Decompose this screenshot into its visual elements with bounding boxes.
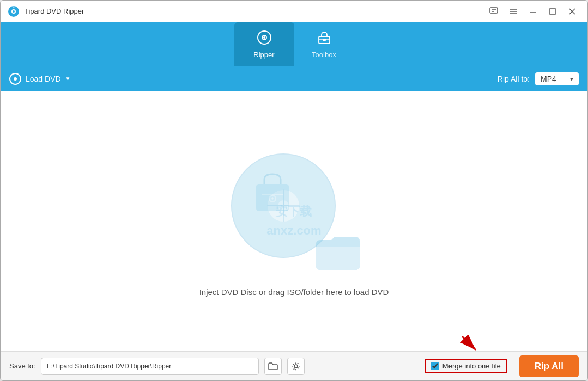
- load-dvd-label: Load DVD: [26, 75, 61, 83]
- browse-folder-button[interactable]: [264, 358, 282, 375]
- save-to-label: Save to:: [9, 362, 35, 370]
- format-select-wrapper: MP4 MKV AVI MOV WMV: [535, 72, 579, 85]
- dvd-icon: [9, 73, 21, 85]
- merge-label: Merge into one file: [442, 362, 501, 370]
- chat-btn[interactable]: [485, 4, 502, 19]
- placeholder-text: Inject DVD Disc or drag ISO/folder here …: [199, 287, 389, 297]
- dvd-illustration: [223, 146, 365, 276]
- svg-point-15: [263, 36, 265, 39]
- merge-section: Merge into one file: [425, 359, 507, 373]
- tab-toolbox[interactable]: Toolbox: [294, 22, 354, 66]
- menu-icon: [509, 7, 518, 16]
- toolbox-tab-icon: [317, 30, 332, 47]
- toolbox-icon: [317, 30, 332, 45]
- svg-rect-10: [550, 9, 555, 14]
- close-btn[interactable]: [563, 4, 581, 19]
- main-content[interactable]: 安下载 anxz.com Inject DVD Disc or drag ISO…: [1, 91, 587, 351]
- maximize-btn[interactable]: [544, 4, 561, 19]
- merge-checkbox[interactable]: [431, 362, 439, 370]
- load-dvd-dropdown-arrow: ▼: [65, 76, 71, 82]
- rip-all-to-label: Rip All to:: [498, 75, 530, 83]
- app-title: Tipard DVD Ripper: [25, 7, 485, 15]
- chat-icon: [489, 7, 498, 16]
- toolbox-tab-label: Toolbox: [312, 51, 336, 59]
- title-bar: Tipard DVD Ripper: [1, 1, 587, 22]
- app-window: Tipard DVD Ripper: [0, 0, 588, 381]
- svg-point-2: [13, 10, 15, 13]
- minimize-btn[interactable]: [524, 4, 542, 19]
- folder-icon-svg: [316, 236, 360, 271]
- ripper-tab-icon: [257, 30, 272, 47]
- folder-browse-icon: [268, 362, 278, 371]
- ripper-tab-label: Ripper: [253, 51, 274, 59]
- tab-bar: Ripper Toolbox: [1, 22, 587, 66]
- settings-button[interactable]: [287, 358, 305, 375]
- menu-btn[interactable]: [505, 4, 522, 19]
- svg-rect-3: [490, 8, 498, 13]
- format-select[interactable]: MP4 MKV AVI MOV WMV: [535, 72, 579, 85]
- app-logo: [7, 5, 20, 18]
- svg-rect-18: [323, 39, 326, 41]
- bottom-bar: Save to: Merge into one file: [1, 351, 587, 380]
- rip-all-to-section: Rip All to: MP4 MKV AVI MOV WMV: [498, 72, 579, 85]
- bag-icon-svg: [253, 173, 292, 214]
- settings-icon: [291, 361, 301, 371]
- maximize-icon: [548, 7, 557, 16]
- svg-point-28: [294, 365, 298, 368]
- minimize-icon: [529, 7, 537, 16]
- load-dvd-button[interactable]: Load DVD ▼: [9, 73, 71, 85]
- toolbar: Load DVD ▼ Rip All to: MP4 MKV AVI MOV W…: [1, 66, 587, 91]
- window-controls: [485, 4, 581, 19]
- ripper-icon: [257, 30, 272, 45]
- tab-ripper[interactable]: Ripper: [234, 22, 294, 66]
- rip-all-label: Rip All: [535, 361, 563, 371]
- close-icon: [568, 7, 577, 16]
- rip-all-button[interactable]: Rip All: [519, 355, 579, 377]
- save-path-input[interactable]: [41, 358, 259, 375]
